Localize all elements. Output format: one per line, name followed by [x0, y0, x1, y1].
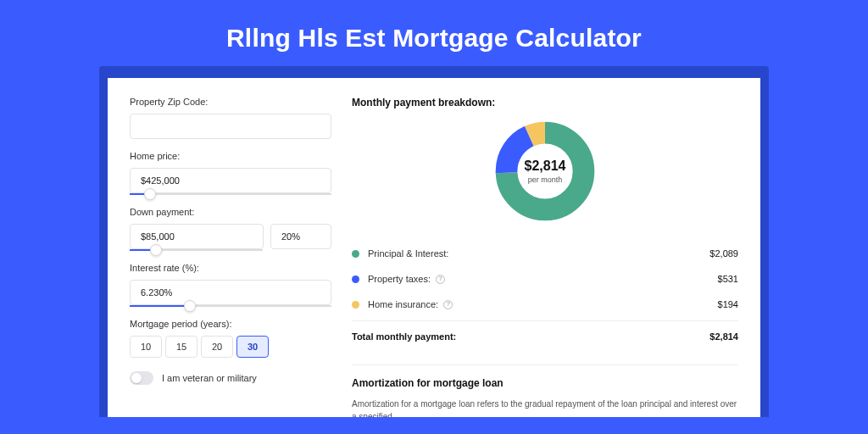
period-options: 10152030 [130, 336, 331, 358]
legend-dot [352, 275, 359, 283]
interest-input[interactable] [130, 280, 331, 305]
down-payment-pct-input[interactable] [270, 224, 331, 249]
legend-row: Home insurance:?$194 [352, 292, 738, 317]
breakdown-title: Monthly payment breakdown: [352, 97, 738, 108]
calculator-card: Property Zip Code: Home price: Down paym… [108, 78, 760, 417]
period-option-20[interactable]: 20 [201, 336, 233, 358]
interest-label: Interest rate (%): [130, 263, 331, 273]
down-payment-slider[interactable] [130, 249, 263, 251]
period-group: Mortgage period (years): 10152030 [130, 319, 331, 358]
down-payment-label: Down payment: [130, 207, 331, 217]
period-option-15[interactable]: 15 [165, 336, 198, 358]
home-price-label: Home price: [130, 151, 331, 161]
donut-center: $2,814 per month [494, 120, 596, 222]
info-icon[interactable]: ? [436, 275, 445, 284]
period-option-30[interactable]: 30 [236, 336, 269, 358]
donut-chart-wrap: $2,814 per month [352, 120, 738, 222]
total-value: $2,814 [709, 331, 738, 342]
donut-chart: $2,814 per month [494, 120, 596, 222]
legend-label: Property taxes:? [368, 274, 718, 284]
legend-dot [352, 250, 359, 258]
slider-thumb[interactable] [184, 300, 196, 312]
period-option-10[interactable]: 10 [130, 336, 162, 358]
slider-thumb[interactable] [150, 244, 162, 256]
slider-thumb[interactable] [144, 188, 156, 200]
breakdown-panel: Monthly payment breakdown: $2,814 per mo… [352, 97, 738, 417]
home-price-group: Home price: [130, 151, 331, 195]
zip-label: Property Zip Code: [130, 97, 331, 107]
zip-input[interactable] [130, 114, 331, 139]
zip-field-group: Property Zip Code: [130, 97, 331, 139]
amort-title: Amortization for mortgage loan [352, 377, 738, 389]
legend-value: $531 [718, 274, 738, 284]
home-price-slider[interactable] [130, 193, 331, 195]
inputs-panel: Property Zip Code: Home price: Down paym… [130, 97, 331, 417]
page-title: Rllng Hls Est Mortgage Calculator [0, 0, 868, 66]
amort-text: Amortization for a mortgage loan refers … [352, 398, 738, 417]
info-icon[interactable]: ? [443, 300, 453, 309]
legend-label: Home insurance:? [368, 299, 718, 309]
down-payment-group: Down payment: [130, 207, 331, 251]
veteran-label: I am veteran or military [162, 373, 257, 383]
home-price-input[interactable] [130, 168, 331, 193]
period-label: Mortgage period (years): [130, 319, 331, 329]
donut-amount: $2,814 [525, 159, 566, 174]
legend-label: Principal & Interest: [368, 248, 709, 259]
total-row: Total monthly payment: $2,814 [352, 320, 738, 349]
donut-sub: per month [528, 175, 563, 184]
interest-group: Interest rate (%): [130, 263, 331, 307]
legend: Principal & Interest:$2,089Property taxe… [352, 241, 738, 317]
veteran-toggle[interactable] [130, 371, 153, 385]
down-payment-amount-input[interactable] [130, 224, 264, 249]
legend-value: $194 [718, 299, 738, 309]
veteran-row: I am veteran or military [130, 371, 331, 385]
header-band: Property Zip Code: Home price: Down paym… [99, 66, 769, 417]
divider [352, 364, 738, 365]
interest-slider[interactable] [130, 305, 331, 307]
legend-row: Principal & Interest:$2,089 [352, 241, 738, 266]
legend-row: Property taxes:?$531 [352, 266, 738, 292]
legend-value: $2,089 [709, 248, 738, 259]
legend-dot [352, 301, 359, 309]
total-label: Total monthly payment: [352, 331, 709, 342]
